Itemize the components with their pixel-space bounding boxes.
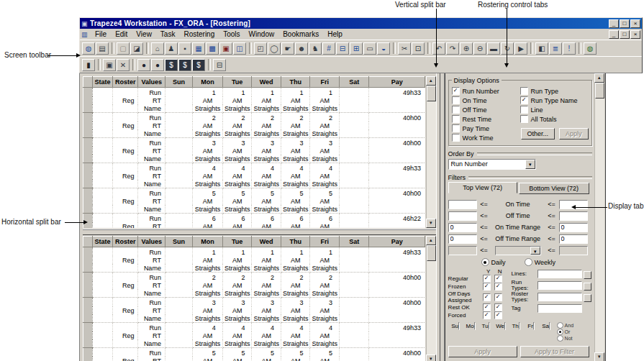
checkbox-run-type[interactable] [520, 87, 528, 95]
combine-and[interactable]: And [557, 322, 573, 329]
range-input-left-3[interactable] [448, 234, 477, 244]
apply-to-filter-button[interactable]: Apply to Filter [520, 346, 589, 357]
restore-button[interactable]: □ [620, 19, 630, 28]
range-type-dropdown[interactable]: ▼ [495, 246, 541, 255]
roster-row-name[interactable]: NameStraightsStraightsStraightsStraights… [83, 264, 425, 273]
dollar-check-icon[interactable]: $ [192, 59, 205, 71]
column-header-roster[interactable]: Roster [112, 77, 138, 88]
draw-icon[interactable]: ▢ [117, 42, 130, 55]
column-header-sat[interactable]: Sat [340, 237, 369, 247]
scroll-thumb[interactable] [427, 245, 436, 261]
run-icon[interactable]: ♞ [309, 42, 322, 55]
scroll-thumb[interactable] [595, 83, 604, 99]
print-icon[interactable]: ⊟ [213, 59, 226, 71]
delete-icon[interactable]: ✕ [117, 59, 130, 71]
child-restore-button[interactable]: □ [620, 30, 630, 39]
checkbox-day-th[interactable] [519, 322, 520, 330]
menu-edit[interactable]: Edit [111, 29, 132, 39]
roster-row-rt[interactable]: RegRTAMAMAMAMAM [83, 281, 425, 289]
row-header[interactable] [83, 138, 93, 163]
day-filter-sa[interactable]: Sa [539, 322, 554, 342]
column-header-thu[interactable]: Thu [281, 77, 310, 88]
roster-row-name[interactable]: NameStraightsStraightsStraightsStraights… [83, 289, 425, 298]
column-header-values[interactable]: Values [138, 237, 165, 247]
coin-dark-icon[interactable]: ● [151, 59, 164, 71]
window-icon[interactable]: ◰ [254, 42, 267, 55]
train-icon[interactable]: ⊞ [350, 42, 363, 55]
roster-row-name[interactable]: NameStraightsStraightsStraightsStraights… [83, 180, 425, 188]
display-option-line[interactable]: Line [520, 105, 589, 114]
screen-icon[interactable]: ◧ [535, 42, 548, 55]
row-header[interactable] [83, 323, 93, 348]
roster-row-rt[interactable]: RegRTAMAMAMAMAM [83, 256, 425, 264]
roster-row-rt[interactable]: RegRTAMAMAMAMAM [83, 306, 425, 314]
world-icon[interactable]: ◍ [584, 42, 597, 55]
checkbox-all-totals[interactable] [520, 115, 528, 123]
column-header-sat[interactable]: Sat [340, 77, 369, 88]
close-button[interactable]: × [630, 19, 640, 28]
roster-row-run[interactable]: Run5555540h00 [83, 348, 425, 357]
globe-icon[interactable]: ◍ [82, 42, 95, 55]
browse-button[interactable] [584, 271, 591, 279]
scroll-track[interactable] [426, 245, 436, 355]
roster-row-rt[interactable]: RegRTAMAMAMAMAM [83, 332, 425, 339]
chevron-down-icon[interactable]: ▼ [530, 247, 540, 255]
weekly-radio[interactable]: Weekly [525, 258, 555, 266]
column-header-state[interactable]: State [93, 77, 113, 88]
column-header-blank[interactable] [83, 237, 93, 247]
column-header-wed[interactable]: Wed [252, 77, 281, 88]
checkbox-day-su[interactable] [458, 322, 460, 330]
column-header-state[interactable]: State [93, 237, 113, 247]
roster-row-run[interactable]: Run6666646h22 [83, 214, 425, 223]
column-header-sun[interactable]: Sun [165, 237, 192, 247]
order-by-dropdown[interactable]: Run Number ▼ [448, 159, 536, 170]
roster-row-run[interactable]: Run1111149h33 [83, 88, 425, 97]
exit-screen-icon[interactable]: ▮ [82, 59, 95, 71]
scroll-track[interactable] [426, 86, 436, 219]
redo-icon[interactable]: ↷ [446, 42, 459, 55]
scroll-thumb[interactable] [427, 86, 436, 101]
column-header-wed[interactable]: Wed [252, 237, 281, 247]
roster-row-run[interactable]: Run2222240h00 [83, 273, 425, 282]
scroll-up-icon[interactable]: ▲ [426, 76, 436, 86]
roster-row-run[interactable]: Run2222240h00 [83, 113, 425, 122]
roster-copy-icon[interactable]: ▩ [206, 42, 219, 55]
alert-icon[interactable]: ! [563, 42, 576, 55]
column-header-mon[interactable]: Mon [193, 237, 223, 247]
combine-not[interactable]: Not [557, 335, 573, 342]
roster-row-rt[interactable]: RegRTAMAMAMAMAM [83, 147, 425, 155]
checkbox-rest-ok-n[interactable]: ✓ [494, 303, 502, 311]
coin-icon[interactable]: ● [137, 59, 150, 71]
column-header-sun[interactable]: Sun [165, 77, 192, 88]
radio-combine-not[interactable] [557, 335, 563, 342]
bank-icon[interactable]: ⌂ [151, 42, 164, 55]
checkbox-frozen-n[interactable]: ✓ [494, 283, 502, 291]
browse-button[interactable] [584, 283, 591, 291]
roster-row-name[interactable]: NameStraightsStraightsStraightsStraights… [83, 339, 425, 348]
checkbox-line[interactable] [520, 106, 528, 114]
menu-window[interactable]: Window [245, 29, 279, 39]
roster-row-name[interactable]: NameStraightsStraightsStraightsStraights… [83, 314, 425, 323]
bus-icon[interactable]: ⊟ [336, 42, 349, 55]
day-filter-fr[interactable]: Fr [524, 322, 539, 342]
pin-icon[interactable]: ▪ [178, 42, 191, 55]
roster-row-rt[interactable]: RegRTAMAMAMAMAM [83, 96, 425, 104]
day-filter-su[interactable]: Su [448, 322, 463, 342]
range-input-left-2[interactable] [448, 223, 477, 232]
display-option-work-time[interactable]: Work Time [452, 133, 520, 142]
save-view-icon[interactable]: ◒ [377, 42, 390, 55]
roster-row-name[interactable]: NameStraightsStraightsStraightsStraights… [83, 104, 425, 113]
day-filter-mo[interactable]: Mo [463, 322, 479, 342]
field-input-lines[interactable] [538, 270, 582, 278]
checkbox-day-tu[interactable] [489, 322, 490, 330]
cut-icon[interactable]: ✂ [398, 42, 411, 55]
display-option-all-totals[interactable]: All Totals [520, 114, 589, 124]
roster-grid-icon[interactable]: ▦ [192, 42, 205, 55]
menu-view[interactable]: View [132, 29, 156, 39]
range-input-right-4[interactable] [559, 246, 588, 255]
display-option-run-type-name[interactable]: ✓Run Type Name [520, 96, 589, 105]
column-header-pay[interactable]: Pay [369, 77, 425, 88]
hash-icon[interactable]: # [322, 42, 335, 55]
checkbox-frozen-y[interactable]: ✓ [483, 283, 491, 291]
checkbox-run-number[interactable]: ✓ [452, 87, 460, 95]
